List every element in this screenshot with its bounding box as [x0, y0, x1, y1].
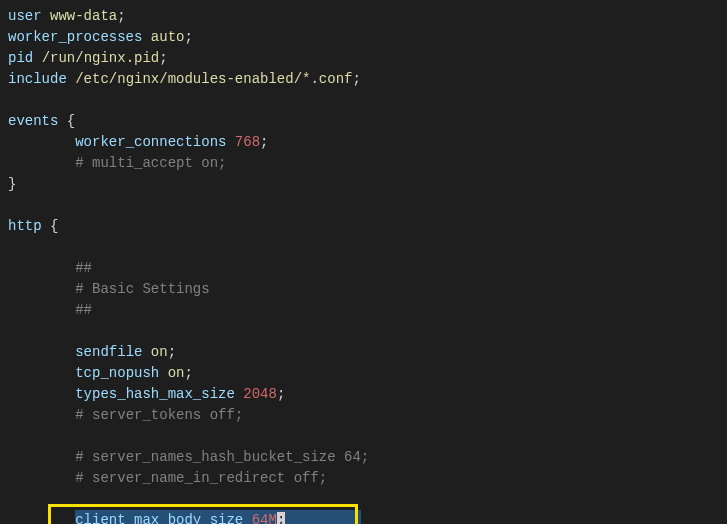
code-line[interactable] [8, 489, 719, 510]
code-line[interactable]: # server_names_hash_bucket_size 64; [8, 447, 719, 468]
code-line[interactable]: types_hash_max_size 2048; [8, 384, 719, 405]
code-line[interactable]: user www-data; [8, 6, 719, 27]
token-comment: # server_tokens off; [75, 407, 243, 423]
code-line[interactable] [8, 321, 719, 342]
code-line[interactable]: # multi_accept on; [8, 153, 719, 174]
token-brace: { [67, 113, 75, 129]
token-punct: ; [184, 29, 192, 45]
token-punct: ; [184, 365, 192, 381]
token-punct: ; [117, 8, 125, 24]
token-keyword: sendfile [75, 344, 142, 360]
token-brace: { [50, 218, 58, 234]
code-line[interactable]: worker_connections 768; [8, 132, 719, 153]
token-value: on [151, 344, 168, 360]
code-line[interactable]: # Basic Settings [8, 279, 719, 300]
code-line[interactable]: ## [8, 300, 719, 321]
token-value: /etc/nginx/modules-enabled/*.conf [75, 71, 352, 87]
token-value: www-data [50, 8, 117, 24]
token-number: 768 [235, 134, 260, 150]
token-comment: ## [75, 260, 92, 276]
code-editor[interactable]: user www-data;worker_processes auto;pid … [8, 6, 719, 524]
code-line[interactable] [8, 90, 719, 111]
code-line[interactable]: include /etc/nginx/modules-enabled/*.con… [8, 69, 719, 90]
token-keyword: events [8, 113, 58, 129]
code-line[interactable]: worker_processes auto; [8, 27, 719, 48]
token-punct: ; [159, 50, 167, 66]
code-line[interactable] [8, 195, 719, 216]
token-comment: # multi_accept on; [75, 155, 226, 171]
token-keyword: http [8, 218, 42, 234]
token-keyword: include [8, 71, 67, 87]
token-value: on [168, 365, 185, 381]
token-number: 64M [252, 512, 277, 524]
code-line[interactable]: ## [8, 258, 719, 279]
code-line[interactable]: # server_name_in_redirect off; [8, 468, 719, 489]
token-keyword: tcp_nopush [75, 365, 159, 381]
token-comment: # server_name_in_redirect off; [75, 470, 327, 486]
token-punct: ; [277, 386, 285, 402]
token-comment: # server_names_hash_bucket_size 64; [75, 449, 369, 465]
token-punct: ; [168, 344, 176, 360]
token-number: 2048 [243, 386, 277, 402]
token-value: auto [151, 29, 185, 45]
highlighted-directive[interactable]: client_max_body_size 64M; [75, 510, 361, 524]
code-line[interactable] [8, 426, 719, 447]
token-keyword: client_max_body_size [75, 512, 243, 524]
code-line[interactable]: sendfile on; [8, 342, 719, 363]
token-keyword: pid [8, 50, 33, 66]
token-punct: ; [260, 134, 268, 150]
token-comment: ## [75, 302, 92, 318]
code-line[interactable] [8, 237, 719, 258]
code-line[interactable]: # server_tokens off; [8, 405, 719, 426]
token-keyword: user [8, 8, 42, 24]
code-line[interactable]: events { [8, 111, 719, 132]
token-value: /run/nginx.pid [42, 50, 160, 66]
code-line[interactable]: pid /run/nginx.pid; [8, 48, 719, 69]
token-keyword: worker_connections [75, 134, 226, 150]
token-punct: ; [352, 71, 360, 87]
code-line[interactable]: client_max_body_size 64M; [8, 510, 719, 524]
code-line[interactable]: } [8, 174, 719, 195]
token-keyword: worker_processes [8, 29, 142, 45]
token-comment: # Basic Settings [75, 281, 209, 297]
code-line[interactable]: http { [8, 216, 719, 237]
token-brace: } [8, 176, 16, 192]
code-line[interactable]: tcp_nopush on; [8, 363, 719, 384]
token-keyword: types_hash_max_size [75, 386, 235, 402]
